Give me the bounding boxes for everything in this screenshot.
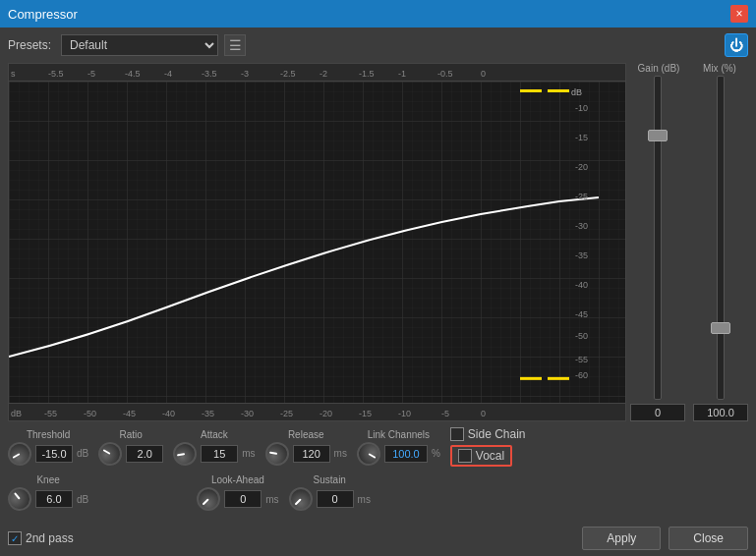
presets-label: Presets: (8, 38, 51, 52)
panel-header: Gain (dB) Mix (%) (630, 63, 748, 74)
close-button[interactable]: Close (669, 527, 748, 550)
svg-text:-20: -20 (320, 409, 332, 418)
second-pass-label: 2nd pass (26, 531, 74, 545)
link-channels-label: Link Channels (368, 429, 430, 440)
main-container: Presets: Default Custom Vocal Drum Bass … (0, 28, 756, 556)
sliders-area: 0 100.0 (630, 76, 748, 421)
svg-text:-50: -50 (84, 409, 96, 418)
svg-text:-20: -20 (575, 162, 588, 172)
ratio-inner: 2.0 (98, 442, 163, 466)
gain-slider-track[interactable] (654, 76, 662, 400)
svg-rect-15 (520, 89, 542, 92)
knee-label: Knee (36, 474, 59, 485)
title-bar: Compressor × (0, 0, 756, 28)
presets-select[interactable]: Default Custom Vocal Drum Bass (61, 34, 218, 56)
right-panel: Gain (dB) Mix (%) 0 100.0 (630, 63, 748, 421)
threshold-knob[interactable] (4, 437, 36, 470)
svg-text:-35: -35 (202, 409, 214, 418)
gain-slider-col: 0 (630, 76, 685, 421)
svg-text:-5: -5 (441, 409, 449, 418)
threshold-inner: -15.0 dB (8, 442, 88, 466)
sustain-unit: ms (358, 494, 371, 505)
knee-knob[interactable] (3, 482, 36, 516)
attack-inner: 15 ms (173, 442, 255, 466)
sidechain-label: Side Chain (468, 427, 526, 441)
gain-value: 0 (630, 404, 685, 421)
sidechain-vocal-checkbox[interactable] (458, 449, 472, 463)
knee-unit: dB (77, 494, 88, 505)
mix-slider-track[interactable] (717, 76, 725, 400)
second-pass-checkbox[interactable] (8, 531, 22, 545)
bottom-bar: 2nd pass Apply Close (8, 527, 748, 550)
release-unit: ms (334, 448, 347, 459)
mix-slider-thumb[interactable] (711, 322, 730, 334)
svg-text:-40: -40 (575, 280, 588, 290)
knee-inner: 6.0 dB (8, 487, 88, 511)
apply-button[interactable]: Apply (582, 527, 661, 550)
sidechain-checkbox[interactable] (450, 427, 464, 441)
svg-text:-15: -15 (359, 409, 372, 418)
sidechain-header: Side Chain (450, 427, 526, 441)
svg-text:-45: -45 (123, 409, 136, 418)
close-window-button[interactable]: × (730, 5, 748, 23)
sustain-group: Sustain 0 ms (289, 474, 371, 511)
svg-text:-3: -3 (241, 69, 249, 79)
svg-text:-2.5: -2.5 (280, 69, 296, 79)
gain-slider-thumb[interactable] (648, 130, 668, 141)
window-title: Compressor (8, 7, 78, 22)
lookahead-label: Look-Ahead (211, 474, 264, 485)
sidechain-option-label: Vocal (476, 449, 504, 463)
svg-text:-4.5: -4.5 (125, 69, 141, 79)
release-label: Release (288, 429, 324, 440)
attack-knob[interactable] (171, 440, 199, 468)
release-knob[interactable] (263, 440, 291, 468)
svg-text:-60: -60 (575, 370, 588, 380)
controls-row-2: Knee 6.0 dB Look-Ahead 0 ms (8, 474, 748, 511)
svg-text:-10: -10 (575, 103, 588, 113)
svg-text:s: s (11, 69, 16, 79)
svg-text:-35: -35 (575, 250, 588, 260)
ratio-label: Ratio (120, 429, 143, 440)
svg-text:-3.5: -3.5 (202, 69, 217, 79)
threshold-unit: dB (77, 448, 88, 459)
lookahead-inner: 0 ms (197, 487, 278, 511)
ratio-knob[interactable] (94, 437, 127, 470)
link-channels-knob[interactable] (353, 437, 385, 470)
lookahead-group: Look-Ahead 0 ms (197, 474, 278, 511)
mix-slider-col: 100.0 (693, 76, 748, 421)
ratio-group: Ratio 2.0 (98, 429, 163, 466)
svg-text:-1.5: -1.5 (359, 69, 375, 79)
presets-row: Presets: Default Custom Vocal Drum Bass … (8, 33, 748, 57)
link-channels-inner: 100.0 % (357, 442, 440, 466)
threshold-label: Threshold (27, 429, 70, 440)
sustain-inner: 0 ms (289, 487, 371, 511)
release-group: Release 120 ms (265, 429, 347, 466)
release-value: 120 (293, 445, 330, 463)
graph-section: s -5.5 -5 -4.5 -4 -3.5 -3 -2.5 -2 -1.5 -… (8, 63, 626, 421)
lookahead-knob[interactable] (192, 482, 225, 516)
sidechain-option[interactable]: Vocal (450, 445, 512, 467)
second-pass-check[interactable]: 2nd pass (8, 531, 74, 545)
lookahead-value: 0 (224, 490, 262, 508)
threshold-value: -15.0 (35, 445, 73, 463)
graph-canvas: dB -10 -15 -20 -25 -30 -35 -40 -45 -50 -… (8, 81, 626, 404)
ruler-bottom: dB -55 -50 -45 -40 -35 -30 -25 -20 -15 -… (8, 404, 626, 421)
svg-text:-5: -5 (87, 69, 95, 79)
attack-value: 15 (201, 445, 238, 463)
svg-text:-55: -55 (575, 355, 588, 364)
ratio-value: 2.0 (126, 445, 163, 463)
svg-text:-25: -25 (280, 409, 293, 418)
presets-menu-icon[interactable]: ☰ (224, 34, 246, 56)
svg-text:0: 0 (481, 409, 486, 418)
svg-text:-10: -10 (398, 409, 411, 418)
svg-rect-18 (548, 377, 569, 380)
power-button[interactable]: ⏻ (725, 33, 748, 57)
svg-text:-40: -40 (162, 409, 175, 418)
threshold-group: Threshold -15.0 dB (8, 429, 88, 466)
sustain-knob[interactable] (284, 482, 318, 516)
lookahead-unit: ms (265, 494, 278, 505)
svg-text:0: 0 (481, 69, 486, 79)
svg-text:-4: -4 (164, 69, 172, 79)
svg-rect-14 (9, 82, 625, 403)
svg-rect-17 (520, 377, 542, 380)
